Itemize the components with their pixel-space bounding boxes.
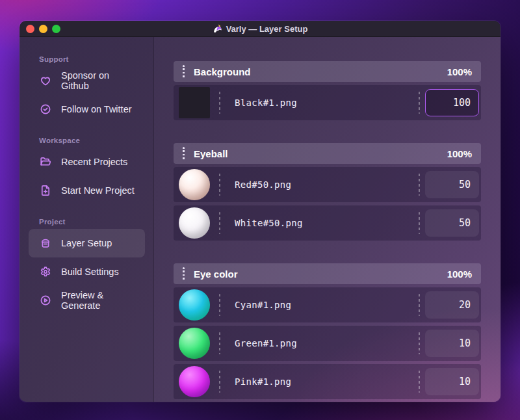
file-plus-icon xyxy=(39,184,52,197)
sidebar-section: ProjectLayer SetupBuild SettingsPreview … xyxy=(20,218,153,315)
app-window: Varly — Layer Setup SupportSponsor on Gi… xyxy=(20,21,500,402)
folder-icon xyxy=(39,155,52,168)
sidebar: SupportSponsor on GithubFollow on Twitte… xyxy=(20,37,154,402)
separator xyxy=(419,332,420,354)
sidebar-item-label: Build Settings xyxy=(61,267,119,277)
window-title-text: Varly — Layer Setup xyxy=(226,24,308,34)
sidebar-item-build-settings[interactable]: Build Settings xyxy=(29,257,145,286)
sidebar-item-start-new-project[interactable]: Start New Project xyxy=(29,176,145,205)
layer-group-weight: 100% xyxy=(447,148,472,159)
window-body: SupportSponsor on GithubFollow on Twitte… xyxy=(20,37,500,402)
separator xyxy=(219,294,220,316)
layers-icon xyxy=(39,237,52,250)
gear-icon xyxy=(39,265,52,278)
layer-group: Eyeball100%Red#50.pngWhite#50.png xyxy=(174,143,481,241)
minimize-button[interactable] xyxy=(39,25,47,33)
sidebar-item-label: Layer Setup xyxy=(61,238,112,248)
layer-value-input[interactable] xyxy=(425,209,479,237)
zoom-button[interactable] xyxy=(52,25,60,33)
drag-handle-icon[interactable] xyxy=(183,267,185,280)
heart-icon xyxy=(39,74,52,87)
layer-group-header: Eye color100% xyxy=(174,263,481,284)
layer-value-input[interactable] xyxy=(425,368,479,395)
layer-group-header: Eyeball100% xyxy=(174,143,481,164)
sidebar-item-label: Sponsor on Github xyxy=(61,70,135,91)
layer-row[interactable]: White#50.png xyxy=(174,205,481,241)
sidebar-section-label: Workspace xyxy=(39,137,153,144)
window-title: Varly — Layer Setup xyxy=(213,24,308,34)
layer-row[interactable]: Black#1.png xyxy=(174,85,481,120)
sidebar-item-recent-projects[interactable]: Recent Projects xyxy=(29,148,145,176)
layer-filename: Black#1.png xyxy=(235,98,297,108)
separator xyxy=(219,174,220,196)
layer-thumbnail xyxy=(179,87,210,118)
layer-filename: White#50.png xyxy=(235,218,303,228)
layer-list: Background100%Black#1.pngEyeball100%Red#… xyxy=(174,61,481,399)
separator xyxy=(219,371,220,393)
desktop-background: Varly — Layer Setup SupportSponsor on Gi… xyxy=(0,0,520,420)
layer-filename: Cyan#1.png xyxy=(235,300,291,310)
sidebar-section-label: Project xyxy=(39,218,153,226)
sidebar-section: WorkspaceRecent ProjectsStart New Projec… xyxy=(20,137,153,205)
sidebar-item-label: Follow on Twitter xyxy=(61,104,132,114)
close-button[interactable] xyxy=(26,25,34,33)
layer-row[interactable]: Pink#1.png xyxy=(174,364,481,399)
play-circle-icon xyxy=(39,294,52,307)
layer-thumbnail xyxy=(179,289,210,321)
layer-group: Eye color100%Cyan#1.pngGreen#1.pngPink#1… xyxy=(174,263,481,399)
separator xyxy=(419,294,420,316)
layer-thumbnail xyxy=(179,169,210,200)
sidebar-item-label: Start New Project xyxy=(61,185,135,196)
traffic-lights xyxy=(26,21,60,36)
separator xyxy=(419,174,420,196)
titlebar[interactable]: Varly — Layer Setup xyxy=(20,21,500,37)
layer-filename: Red#50.png xyxy=(235,179,291,190)
layer-row[interactable]: Green#1.png xyxy=(174,326,481,361)
layer-group-title: Eyeball xyxy=(194,148,228,159)
separator xyxy=(419,371,420,393)
sidebar-item-layer-setup[interactable]: Layer Setup xyxy=(29,229,145,257)
layer-value-input[interactable] xyxy=(425,330,479,357)
separator xyxy=(219,92,220,114)
layer-filename: Green#1.png xyxy=(235,338,297,348)
sidebar-item-label: Preview & Generate xyxy=(61,290,135,311)
layer-filename: Pink#1.png xyxy=(235,376,291,387)
layer-group-title: Background xyxy=(194,66,251,77)
layer-thumbnail xyxy=(179,366,210,397)
badge-check-icon xyxy=(39,103,52,116)
layer-group-weight: 100% xyxy=(447,269,472,280)
drag-handle-icon[interactable] xyxy=(183,147,185,160)
layer-value-input[interactable] xyxy=(425,171,479,198)
layer-group-title: Eye color xyxy=(194,269,238,280)
separator xyxy=(419,212,420,234)
sidebar-section-label: Support xyxy=(39,55,153,63)
layer-value-input[interactable] xyxy=(425,89,479,116)
layer-group: Background100%Black#1.png xyxy=(174,61,481,120)
layer-group-header: Background100% xyxy=(174,61,481,82)
layer-row[interactable]: Cyan#1.png xyxy=(174,287,481,322)
sidebar-item-follow-on-twitter[interactable]: Follow on Twitter xyxy=(29,95,145,124)
unicorn-icon xyxy=(213,24,222,34)
sidebar-item-preview-generate[interactable]: Preview & Generate xyxy=(29,286,145,315)
separator xyxy=(219,332,220,354)
sidebar-section: SupportSponsor on GithubFollow on Twitte… xyxy=(20,55,153,124)
separator xyxy=(419,92,420,114)
main-panel: Background100%Black#1.pngEyeball100%Red#… xyxy=(154,37,500,402)
separator xyxy=(219,212,220,234)
sidebar-item-sponsor-on-github[interactable]: Sponsor on Github xyxy=(29,66,145,95)
layer-thumbnail xyxy=(179,207,210,239)
drag-handle-icon[interactable] xyxy=(183,65,185,78)
layer-group-weight: 100% xyxy=(447,66,472,77)
sidebar-item-label: Recent Projects xyxy=(61,157,127,167)
layer-thumbnail xyxy=(179,328,210,359)
layer-value-input[interactable] xyxy=(425,291,479,319)
layer-row[interactable]: Red#50.png xyxy=(174,167,481,202)
